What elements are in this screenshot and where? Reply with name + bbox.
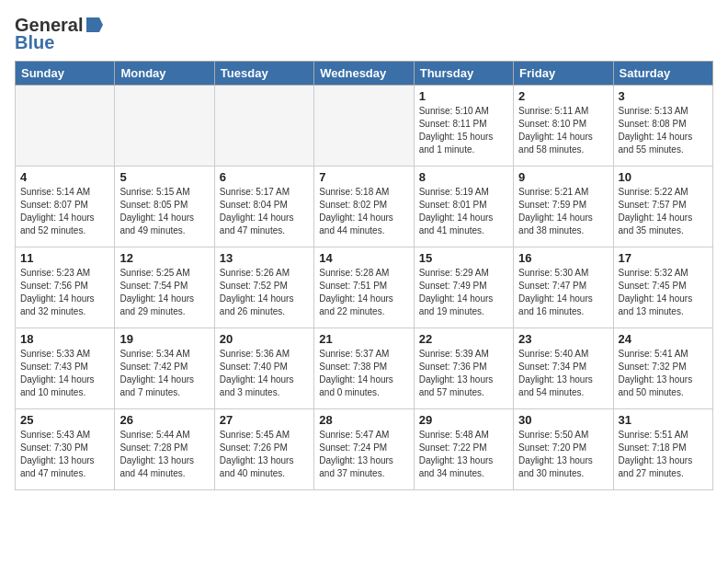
calendar-cell: 16Sunrise: 5:30 AM Sunset: 7:47 PM Dayli… bbox=[514, 247, 613, 328]
day-number: 16 bbox=[518, 251, 608, 265]
day-number: 19 bbox=[119, 332, 209, 346]
day-info: Sunrise: 5:14 AM Sunset: 8:07 PM Dayligh… bbox=[20, 186, 109, 237]
calendar-cell: 8Sunrise: 5:19 AM Sunset: 8:01 PM Daylig… bbox=[414, 167, 513, 247]
calendar-cell: 17Sunrise: 5:32 AM Sunset: 7:45 PM Dayli… bbox=[613, 247, 712, 328]
weekday-header-row: SundayMondayTuesdayWednesdayThursdayFrid… bbox=[16, 62, 713, 86]
calendar-cell: 1Sunrise: 5:10 AM Sunset: 8:11 PM Daylig… bbox=[414, 86, 513, 167]
logo-icon bbox=[85, 15, 105, 35]
day-info: Sunrise: 5:39 AM Sunset: 7:36 PM Dayligh… bbox=[419, 348, 508, 399]
day-number: 17 bbox=[619, 251, 708, 265]
logo-blue-text: Blue bbox=[15, 32, 54, 53]
day-info: Sunrise: 5:33 AM Sunset: 7:43 PM Dayligh… bbox=[20, 348, 109, 399]
weekday-header: Friday bbox=[514, 62, 613, 86]
day-info: Sunrise: 5:32 AM Sunset: 7:45 PM Dayligh… bbox=[619, 267, 708, 318]
calendar-cell: 12Sunrise: 5:25 AM Sunset: 7:54 PM Dayli… bbox=[115, 247, 214, 328]
day-info: Sunrise: 5:10 AM Sunset: 8:11 PM Dayligh… bbox=[419, 105, 508, 156]
calendar-week-row: 11Sunrise: 5:23 AM Sunset: 7:56 PM Dayli… bbox=[16, 247, 713, 328]
day-info: Sunrise: 5:15 AM Sunset: 8:05 PM Dayligh… bbox=[119, 186, 209, 237]
day-number: 27 bbox=[220, 413, 309, 427]
day-number: 4 bbox=[20, 170, 109, 184]
calendar-cell bbox=[115, 86, 214, 167]
day-info: Sunrise: 5:13 AM Sunset: 8:08 PM Dayligh… bbox=[619, 105, 708, 156]
day-number: 21 bbox=[319, 332, 408, 346]
calendar-cell: 7Sunrise: 5:18 AM Sunset: 8:02 PM Daylig… bbox=[314, 167, 414, 247]
day-info: Sunrise: 5:44 AM Sunset: 7:28 PM Dayligh… bbox=[119, 429, 209, 480]
calendar-cell: 20Sunrise: 5:36 AM Sunset: 7:40 PM Dayli… bbox=[214, 328, 313, 409]
day-number: 15 bbox=[419, 251, 508, 265]
calendar-week-row: 4Sunrise: 5:14 AM Sunset: 8:07 PM Daylig… bbox=[16, 167, 713, 247]
day-info: Sunrise: 5:34 AM Sunset: 7:42 PM Dayligh… bbox=[119, 348, 209, 399]
calendar-cell: 11Sunrise: 5:23 AM Sunset: 7:56 PM Dayli… bbox=[16, 247, 115, 328]
weekday-header: Wednesday bbox=[314, 62, 414, 86]
calendar-cell: 3Sunrise: 5:13 AM Sunset: 8:08 PM Daylig… bbox=[613, 86, 712, 167]
weekday-header: Sunday bbox=[16, 62, 115, 86]
svg-marker-0 bbox=[86, 17, 103, 32]
calendar-cell: 21Sunrise: 5:37 AM Sunset: 7:38 PM Dayli… bbox=[314, 328, 414, 409]
weekday-header: Monday bbox=[115, 62, 214, 86]
day-info: Sunrise: 5:41 AM Sunset: 7:32 PM Dayligh… bbox=[619, 348, 708, 399]
calendar-cell: 22Sunrise: 5:39 AM Sunset: 7:36 PM Dayli… bbox=[414, 328, 513, 409]
day-number: 12 bbox=[119, 251, 209, 265]
calendar-cell: 9Sunrise: 5:21 AM Sunset: 7:59 PM Daylig… bbox=[514, 167, 613, 247]
day-number: 22 bbox=[419, 332, 508, 346]
day-number: 10 bbox=[619, 170, 708, 184]
day-info: Sunrise: 5:25 AM Sunset: 7:54 PM Dayligh… bbox=[119, 267, 209, 318]
day-number: 30 bbox=[518, 413, 608, 427]
day-number: 9 bbox=[518, 170, 608, 184]
day-number: 3 bbox=[619, 89, 708, 103]
weekday-header: Tuesday bbox=[214, 62, 313, 86]
calendar-cell: 2Sunrise: 5:11 AM Sunset: 8:10 PM Daylig… bbox=[514, 86, 613, 167]
day-number: 8 bbox=[419, 170, 508, 184]
day-info: Sunrise: 5:36 AM Sunset: 7:40 PM Dayligh… bbox=[220, 348, 309, 399]
day-number: 11 bbox=[20, 251, 109, 265]
calendar-cell: 15Sunrise: 5:29 AM Sunset: 7:49 PM Dayli… bbox=[414, 247, 513, 328]
day-info: Sunrise: 5:22 AM Sunset: 7:57 PM Dayligh… bbox=[619, 186, 708, 237]
calendar-cell bbox=[16, 86, 115, 167]
calendar-cell: 25Sunrise: 5:43 AM Sunset: 7:30 PM Dayli… bbox=[16, 409, 115, 490]
day-info: Sunrise: 5:11 AM Sunset: 8:10 PM Dayligh… bbox=[518, 105, 608, 156]
day-info: Sunrise: 5:37 AM Sunset: 7:38 PM Dayligh… bbox=[319, 348, 408, 399]
calendar-cell: 13Sunrise: 5:26 AM Sunset: 7:52 PM Dayli… bbox=[214, 247, 313, 328]
day-number: 1 bbox=[419, 89, 508, 103]
day-number: 2 bbox=[518, 89, 608, 103]
calendar-week-row: 25Sunrise: 5:43 AM Sunset: 7:30 PM Dayli… bbox=[16, 409, 713, 490]
day-info: Sunrise: 5:23 AM Sunset: 7:56 PM Dayligh… bbox=[20, 267, 109, 318]
logo: General Blue bbox=[15, 15, 105, 53]
calendar-cell: 5Sunrise: 5:15 AM Sunset: 8:05 PM Daylig… bbox=[115, 167, 214, 247]
day-info: Sunrise: 5:45 AM Sunset: 7:26 PM Dayligh… bbox=[220, 429, 309, 480]
calendar-week-row: 1Sunrise: 5:10 AM Sunset: 8:11 PM Daylig… bbox=[16, 86, 713, 167]
day-info: Sunrise: 5:43 AM Sunset: 7:30 PM Dayligh… bbox=[20, 429, 109, 480]
day-number: 23 bbox=[518, 332, 608, 346]
calendar-cell: 10Sunrise: 5:22 AM Sunset: 7:57 PM Dayli… bbox=[613, 167, 712, 247]
day-info: Sunrise: 5:30 AM Sunset: 7:47 PM Dayligh… bbox=[518, 267, 608, 318]
calendar-cell: 19Sunrise: 5:34 AM Sunset: 7:42 PM Dayli… bbox=[115, 328, 214, 409]
day-number: 26 bbox=[119, 413, 209, 427]
calendar-cell: 31Sunrise: 5:51 AM Sunset: 7:18 PM Dayli… bbox=[613, 409, 712, 490]
calendar-cell: 29Sunrise: 5:48 AM Sunset: 7:22 PM Dayli… bbox=[414, 409, 513, 490]
weekday-header: Saturday bbox=[613, 62, 712, 86]
day-number: 18 bbox=[20, 332, 109, 346]
day-number: 29 bbox=[419, 413, 508, 427]
calendar-cell: 30Sunrise: 5:50 AM Sunset: 7:20 PM Dayli… bbox=[514, 409, 613, 490]
calendar-cell: 26Sunrise: 5:44 AM Sunset: 7:28 PM Dayli… bbox=[115, 409, 214, 490]
calendar-cell bbox=[214, 86, 313, 167]
day-number: 25 bbox=[20, 413, 109, 427]
day-info: Sunrise: 5:21 AM Sunset: 7:59 PM Dayligh… bbox=[518, 186, 608, 237]
day-number: 28 bbox=[319, 413, 408, 427]
calendar-cell: 24Sunrise: 5:41 AM Sunset: 7:32 PM Dayli… bbox=[613, 328, 712, 409]
page-header: General Blue bbox=[15, 15, 713, 53]
day-info: Sunrise: 5:19 AM Sunset: 8:01 PM Dayligh… bbox=[419, 186, 508, 237]
day-number: 5 bbox=[119, 170, 209, 184]
weekday-header: Thursday bbox=[414, 62, 513, 86]
day-number: 14 bbox=[319, 251, 408, 265]
day-info: Sunrise: 5:29 AM Sunset: 7:49 PM Dayligh… bbox=[419, 267, 508, 318]
calendar-cell: 14Sunrise: 5:28 AM Sunset: 7:51 PM Dayli… bbox=[314, 247, 414, 328]
calendar-table: SundayMondayTuesdayWednesdayThursdayFrid… bbox=[15, 61, 713, 490]
calendar-cell: 23Sunrise: 5:40 AM Sunset: 7:34 PM Dayli… bbox=[514, 328, 613, 409]
day-number: 20 bbox=[220, 332, 309, 346]
day-info: Sunrise: 5:18 AM Sunset: 8:02 PM Dayligh… bbox=[319, 186, 408, 237]
day-number: 31 bbox=[619, 413, 708, 427]
calendar-cell: 18Sunrise: 5:33 AM Sunset: 7:43 PM Dayli… bbox=[16, 328, 115, 409]
calendar-cell: 28Sunrise: 5:47 AM Sunset: 7:24 PM Dayli… bbox=[314, 409, 414, 490]
day-info: Sunrise: 5:40 AM Sunset: 7:34 PM Dayligh… bbox=[518, 348, 608, 399]
